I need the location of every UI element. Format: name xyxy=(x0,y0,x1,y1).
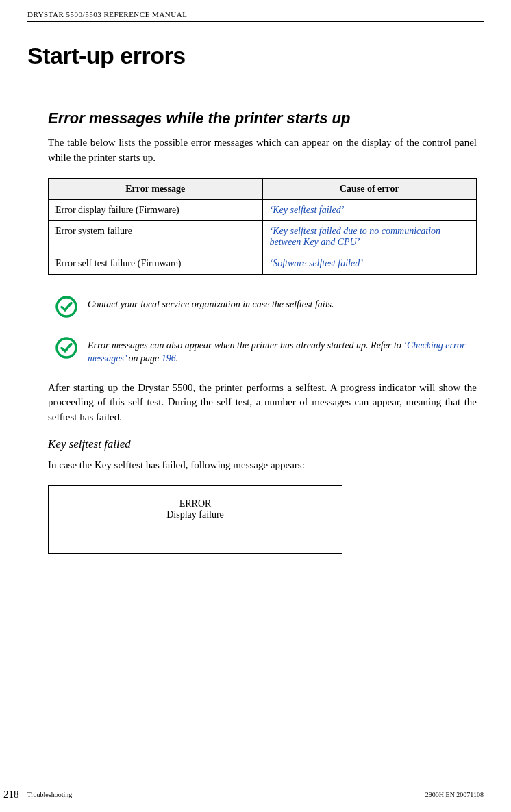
table-header-error-message: Error message xyxy=(49,178,263,199)
checkmark-icon xyxy=(55,336,78,362)
table-cell-cause: ‘Key selftest failed’ xyxy=(262,199,477,220)
after-paragraph: After starting up the Drystar 5500, the … xyxy=(48,381,477,425)
display-message-box: ERROR Display failure xyxy=(48,485,342,554)
page-number: 218 xyxy=(3,789,19,800)
section-title: Error messages while the printer starts … xyxy=(48,110,477,127)
table-row: Error self test failure (Firmware) ‘Soft… xyxy=(49,253,477,274)
note-suffix: . xyxy=(176,353,179,364)
table-cell-cause: ‘Software selftest failed’ xyxy=(262,253,477,274)
note-text: Contact your local service organization … xyxy=(88,295,334,312)
sub-paragraph: In case the Key selftest has failed, fol… xyxy=(48,458,477,473)
note-block-1: Contact your local service organization … xyxy=(48,295,477,321)
sub-heading: Key selftest failed xyxy=(48,437,477,451)
footer-left: Troubleshooting xyxy=(27,791,73,798)
note-page-link[interactable]: 196 xyxy=(162,353,176,364)
note-middle: on page xyxy=(126,353,162,364)
page-header: DRYSTAR 5500/5503 REFERENCE MANUAL xyxy=(27,10,484,22)
table-header-cause: Cause of error xyxy=(262,178,477,199)
note-prefix: Error messages can also appear when the … xyxy=(88,340,403,351)
checkmark-icon xyxy=(55,295,78,321)
table-cell-msg: Error system failure xyxy=(49,220,263,253)
intro-paragraph: The table below lists the possible error… xyxy=(48,136,477,166)
note-block-2: Error messages can also appear when the … xyxy=(48,336,477,366)
table-row: Error display failure (Firmware) ‘Key se… xyxy=(49,199,477,220)
table-cell-msg: Error self test failure (Firmware) xyxy=(49,253,263,274)
error-table: Error message Cause of error Error displ… xyxy=(48,178,477,275)
table-cell-msg: Error display failure (Firmware) xyxy=(49,199,263,220)
table-row: Error system failure ‘Key selftest faile… xyxy=(49,220,477,253)
table-cell-cause: ‘Key selftest failed due to no communica… xyxy=(262,220,477,253)
footer-right: 2900H EN 20071108 xyxy=(425,791,484,798)
display-line-1: ERROR xyxy=(49,498,342,509)
note-text: Error messages can also appear when the … xyxy=(88,336,477,366)
main-title: Start-up errors xyxy=(27,42,484,75)
display-line-2: Display failure xyxy=(49,509,342,520)
page-footer: 218 Troubleshooting 2900H EN 20071108 xyxy=(0,789,484,798)
